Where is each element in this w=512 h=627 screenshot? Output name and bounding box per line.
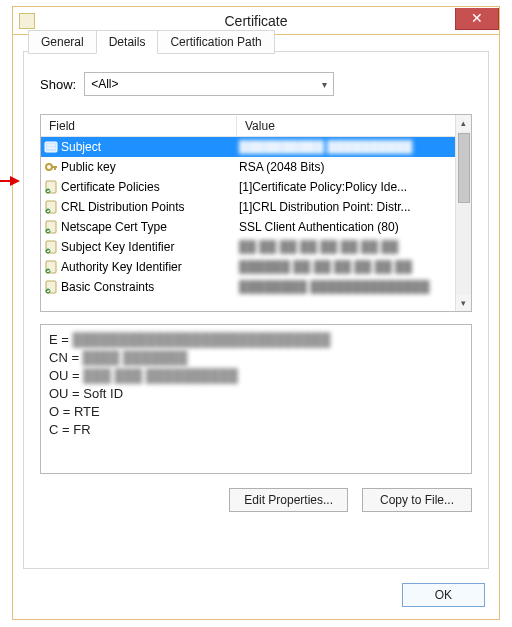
show-label: Show:	[40, 77, 76, 92]
row-field: CRL Distribution Points	[61, 200, 239, 214]
copy-to-file-button[interactable]: Copy to File...	[362, 488, 472, 512]
row-value: SSL Client Authentication (80)	[239, 220, 471, 234]
netscape-icon	[43, 219, 59, 235]
detail-line: OU = Soft ID	[49, 385, 463, 403]
detail-line: OU = ███ ███ ██████████	[49, 367, 463, 385]
table-row[interactable]: CRL Distribution Points[1]CRL Distributi…	[41, 197, 471, 217]
tabstrip: General Details Certification Path	[28, 30, 274, 54]
col-header-field[interactable]: Field	[41, 116, 237, 136]
detail-line: C = FR	[49, 421, 463, 439]
row-field: Public key	[61, 160, 239, 174]
subject-icon	[43, 139, 59, 155]
detail-textbox[interactable]: E = ████████████████████████████CN = ███…	[40, 324, 472, 474]
basic-icon	[43, 279, 59, 295]
row-value: [1]Certificate Policy:Policy Ide...	[239, 180, 471, 194]
row-value: ████████ ██████████████	[239, 280, 471, 294]
fields-listview[interactable]: Field Value Subject██████████ ██████████…	[40, 114, 472, 312]
svg-rect-2	[45, 142, 57, 152]
row-field: Subject	[61, 140, 239, 154]
certificate-icon	[19, 13, 35, 29]
tab-details[interactable]: Details	[96, 30, 159, 54]
detail-line: O = RTE	[49, 403, 463, 421]
table-row[interactable]: Authority Key Identifier██████ ██ ██ ██ …	[41, 257, 471, 277]
policy-icon	[43, 179, 59, 195]
scroll-down-icon[interactable]: ▾	[456, 295, 471, 311]
row-value: ██████ ██ ██ ██ ██ ██ ██	[239, 260, 471, 274]
row-value: [1]CRL Distribution Point: Distr...	[239, 200, 471, 214]
row-value: RSA (2048 Bits)	[239, 160, 471, 174]
table-row[interactable]: Netscape Cert TypeSSL Client Authenticat…	[41, 217, 471, 237]
crl-icon	[43, 199, 59, 215]
row-value: ██████████ ██████████	[239, 140, 471, 154]
row-field: Netscape Cert Type	[61, 220, 239, 234]
tab-general[interactable]: General	[28, 30, 97, 54]
listview-header: Field Value	[41, 115, 471, 137]
table-row[interactable]: Subject██████████ ██████████	[41, 137, 471, 157]
listview-scrollbar[interactable]: ▴ ▾	[455, 115, 471, 311]
table-row[interactable]: Basic Constraints████████ ██████████████	[41, 277, 471, 297]
aki-icon	[43, 259, 59, 275]
col-header-value[interactable]: Value	[237, 116, 471, 136]
scroll-up-icon[interactable]: ▴	[456, 115, 471, 131]
key-icon	[43, 159, 59, 175]
tab-certification-path[interactable]: Certification Path	[157, 30, 274, 54]
detail-line: E = ████████████████████████████	[49, 331, 463, 349]
table-row[interactable]: Subject Key Identifier██ ██ ██ ██ ██ ██ …	[41, 237, 471, 257]
detail-line: CN = ████ ███████	[49, 349, 463, 367]
chevron-down-icon: ▾	[322, 79, 327, 90]
show-filter-value: <All>	[91, 77, 118, 91]
table-row[interactable]: Certificate Policies[1]Certificate Polic…	[41, 177, 471, 197]
ok-button[interactable]: OK	[402, 583, 485, 607]
row-field: Authority Key Identifier	[61, 260, 239, 274]
window-title: Certificate	[13, 13, 499, 29]
row-field: Certificate Policies	[61, 180, 239, 194]
row-value: ██ ██ ██ ██ ██ ██ ██ ██	[239, 240, 471, 254]
scroll-thumb[interactable]	[458, 133, 470, 203]
tab-client-area: General Details Certification Path Show:…	[23, 51, 489, 569]
row-field: Subject Key Identifier	[61, 240, 239, 254]
table-row[interactable]: Public keyRSA (2048 Bits)	[41, 157, 471, 177]
row-field: Basic Constraints	[61, 280, 239, 294]
close-button[interactable]: ✕	[455, 8, 499, 30]
show-filter-combo[interactable]: <All> ▾	[84, 72, 334, 96]
ski-icon	[43, 239, 59, 255]
edit-properties-button[interactable]: Edit Properties...	[229, 488, 348, 512]
